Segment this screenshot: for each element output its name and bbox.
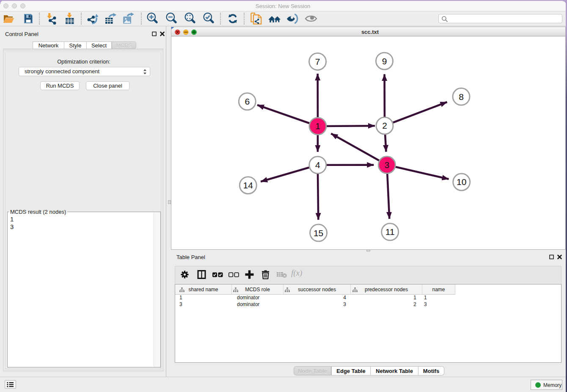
- svg-text:7: 7: [315, 57, 320, 66]
- svg-text:15: 15: [314, 228, 323, 238]
- svg-text:1: 1: [315, 121, 320, 131]
- svg-text:14: 14: [243, 180, 253, 190]
- svg-text:4: 4: [315, 160, 320, 170]
- svg-text:10: 10: [457, 177, 466, 187]
- svg-text:3: 3: [384, 160, 389, 170]
- svg-text:6: 6: [245, 97, 250, 106]
- svg-text:2: 2: [382, 121, 387, 130]
- svg-text:8: 8: [459, 92, 464, 102]
- svg-text:11: 11: [385, 227, 395, 237]
- svg-text:9: 9: [382, 56, 387, 66]
